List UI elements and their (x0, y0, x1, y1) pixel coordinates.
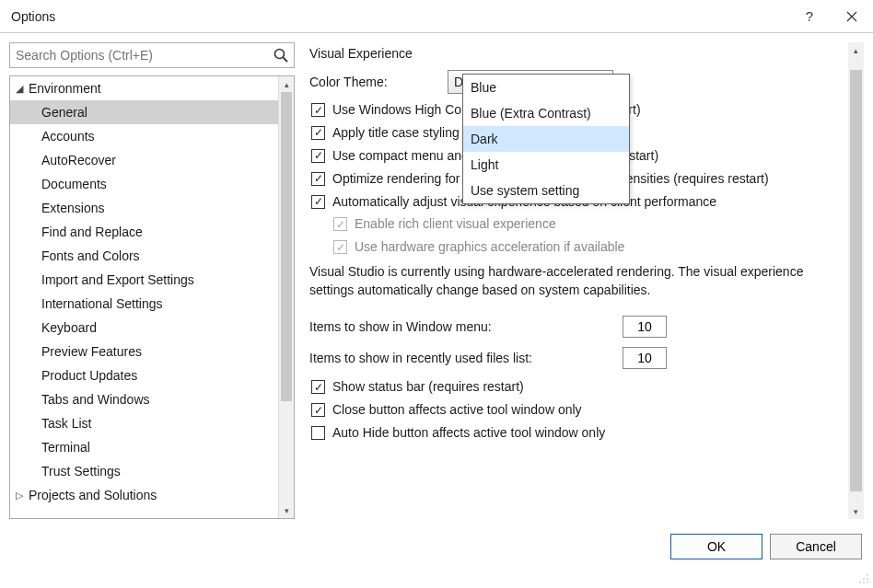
help-button[interactable]: ? (788, 0, 831, 33)
resize-grip-icon[interactable] (858, 573, 869, 584)
color-theme-label: Color Theme: (309, 75, 448, 89)
theme-option-dark[interactable]: Dark (463, 126, 629, 152)
search-wrap (9, 42, 295, 68)
tree-label: Product Updates (41, 368, 137, 383)
scroll-thumb[interactable] (281, 92, 292, 401)
theme-option-light[interactable]: Light (463, 152, 629, 178)
scroll-down-icon[interactable]: ▾ (279, 502, 294, 518)
theme-dropdown: Blue Blue (Extra Contrast) Dark Light Us… (462, 74, 630, 204)
dialog-buttons: OK Cancel (0, 519, 873, 574)
checkbox-icon: ✓ (311, 172, 325, 186)
checkbox-icon: ✓ (311, 126, 325, 140)
scroll-thumb[interactable] (850, 70, 862, 491)
tree-item-documents[interactable]: Documents (10, 172, 294, 196)
window-title: Options (11, 9, 55, 24)
tree-item-autorecover[interactable]: AutoRecover (10, 148, 294, 172)
svg-point-7 (867, 582, 868, 583)
search-input[interactable] (9, 42, 295, 68)
checkbox-icon: ✓ (333, 240, 347, 254)
tree-label: Find and Replace (41, 225, 143, 239)
svg-point-4 (867, 578, 868, 580)
check-label: Auto Hide button affects active tool win… (332, 424, 845, 442)
tree-item-task-list[interactable]: Task List (10, 411, 294, 435)
tree-label: AutoRecover (41, 153, 116, 167)
check-autohide-tool[interactable]: Auto Hide button affects active tool win… (309, 424, 845, 442)
checkbox-icon: ✓ (311, 195, 325, 209)
recent-files-label: Items to show in recently used files lis… (309, 351, 604, 365)
check-rich-client: ✓ Enable rich client visual experience (309, 215, 845, 233)
check-label: Enable rich client visual experience (355, 215, 845, 233)
window-menu-label: Items to show in Window menu: (309, 319, 604, 334)
svg-point-5 (859, 582, 861, 583)
check-close-tool[interactable]: ✓ Close button affects active tool windo… (309, 401, 845, 419)
collapse-icon: ▷ (16, 490, 29, 502)
close-icon (846, 11, 857, 22)
titlebar: Options ? (0, 0, 873, 33)
checkbox-icon: ✓ (311, 103, 325, 117)
svg-point-3 (863, 578, 865, 580)
checkbox-icon: ✓ (311, 149, 325, 163)
tree-item-import-and-export-settings[interactable]: Import and Export Settings (10, 268, 294, 292)
recent-files-row: Items to show in recently used files lis… (309, 347, 845, 369)
scroll-down-icon[interactable]: ▾ (848, 503, 864, 519)
tree-item-projects[interactable]: ▷ Projects and Solutions (10, 483, 294, 507)
scroll-up-icon[interactable]: ▴ (848, 42, 864, 58)
checkbox-icon: ✓ (311, 380, 325, 394)
tree-item-fonts-and-colors[interactable]: Fonts and Colors (10, 244, 294, 268)
svg-point-6 (863, 582, 865, 583)
tree-scrollbar[interactable]: ▴ ▾ (278, 76, 294, 518)
tree-item-accounts[interactable]: Accounts (10, 124, 294, 148)
tree-item-find-and-replace[interactable]: Find and Replace (10, 220, 294, 244)
titlebar-controls: ? (788, 0, 873, 33)
tree-item-extensions[interactable]: Extensions (10, 196, 294, 220)
checkbox-icon: ✓ (311, 403, 325, 417)
check-hw-accel: ✓ Use hardware graphics acceleration if … (309, 238, 845, 256)
tree-item-environment[interactable]: ◢ Environment (10, 76, 294, 100)
section-title: Visual Experience (309, 46, 845, 61)
tree-item-trust-settings[interactable]: Trust Settings (10, 459, 294, 483)
check-label: Use hardware graphics acceleration if av… (355, 238, 845, 256)
tree-label: Task List (41, 416, 91, 431)
cancel-button[interactable]: Cancel (770, 534, 862, 559)
nav-tree: ◢ Environment GeneralAccountsAutoRecover… (9, 75, 295, 519)
close-button[interactable] (831, 0, 873, 33)
tree-item-tabs-and-windows[interactable]: Tabs and Windows (10, 387, 294, 411)
svg-point-2 (867, 574, 868, 576)
checkbox-icon (311, 426, 325, 440)
tree-item-product-updates[interactable]: Product Updates (10, 363, 294, 387)
theme-option-blue-contrast[interactable]: Blue (Extra Contrast) (463, 100, 629, 126)
tree-label: Terminal (41, 440, 90, 455)
theme-option-system[interactable]: Use system setting (463, 178, 629, 203)
expand-icon: ◢ (16, 83, 29, 95)
tree-label: Environment (29, 81, 101, 96)
scroll-track[interactable] (279, 401, 294, 502)
check-status-bar[interactable]: ✓ Show status bar (requires restart) (309, 378, 845, 396)
tree-label: Documents (41, 177, 107, 191)
theme-option-blue[interactable]: Blue (463, 75, 629, 100)
tree-label: International Settings (41, 296, 163, 311)
tree-label: Trust Settings (41, 464, 121, 478)
checkbox-icon: ✓ (333, 217, 347, 231)
tree-item-preview-features[interactable]: Preview Features (10, 340, 294, 363)
main-area: ◢ Environment GeneralAccountsAutoRecover… (0, 33, 873, 519)
tree-label: Keyboard (41, 320, 97, 335)
window-menu-row: Items to show in Window menu: (309, 316, 845, 338)
tree-label: Fonts and Colors (41, 248, 140, 263)
tree-item-international-settings[interactable]: International Settings (10, 292, 294, 316)
recent-files-input[interactable] (623, 347, 667, 369)
tree-label: Projects and Solutions (29, 488, 157, 502)
tree-item-terminal[interactable]: Terminal (10, 435, 294, 459)
tree-item-general[interactable]: General (10, 100, 294, 124)
scroll-up-icon[interactable]: ▴ (279, 76, 294, 92)
check-label: Show status bar (requires restart) (332, 378, 845, 396)
tree-label: Import and Export Settings (41, 272, 194, 287)
tree-label: Extensions (41, 201, 104, 215)
left-panel: ◢ Environment GeneralAccountsAutoRecover… (9, 42, 295, 519)
ok-button[interactable]: OK (670, 534, 762, 559)
panel-scrollbar[interactable]: ▴ ▾ (848, 42, 864, 519)
tree-label: General (41, 105, 87, 120)
check-label: Close button affects active tool window … (332, 401, 845, 419)
tree-item-keyboard[interactable]: Keyboard (10, 316, 294, 340)
tree-label: Accounts (41, 129, 95, 144)
window-menu-input[interactable] (623, 316, 667, 338)
